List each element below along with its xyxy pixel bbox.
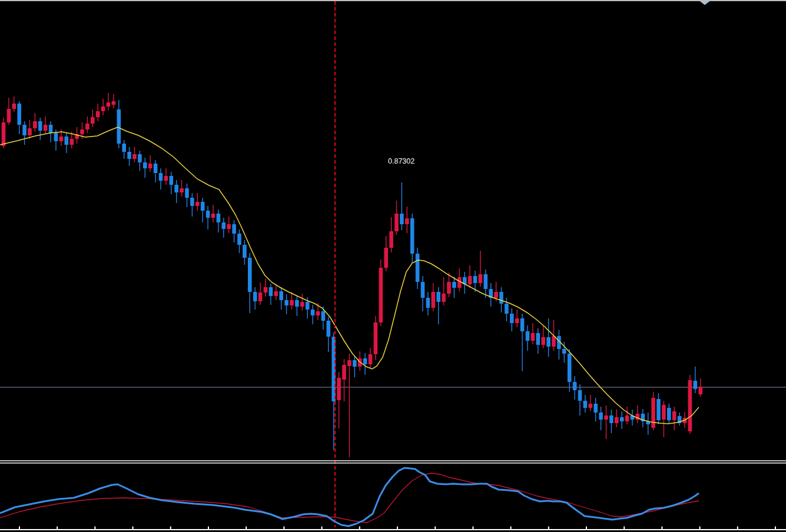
chart-background	[0, 0, 786, 532]
chart-canvas[interactable]: 0.87302	[0, 0, 786, 532]
price-annotation: 0.87302	[388, 157, 414, 165]
trading-chart-window: 0.87302	[0, 0, 786, 532]
